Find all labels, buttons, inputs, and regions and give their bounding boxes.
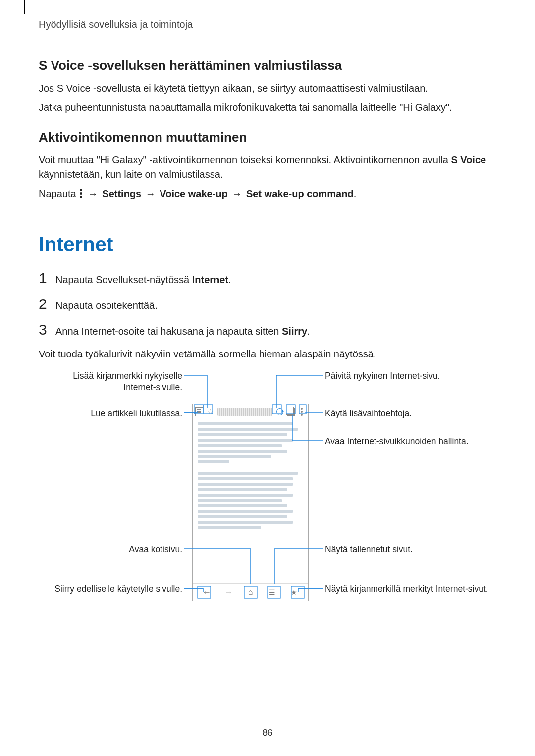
tap-period: . <box>354 188 357 199</box>
menu-set-wakeup: Set wake-up command <box>246 188 354 199</box>
step-1-num: 1 <box>39 270 55 287</box>
address-bar[interactable] <box>217 408 272 416</box>
refresh-icon[interactable] <box>275 407 284 416</box>
activation-heading: Aktivointikomennon muuttaminen <box>39 130 496 145</box>
step-3: 3 Anna Internet-osoite tai hakusana ja n… <box>39 321 496 338</box>
label-back: Siirry edelliselle käytetylle sivulle. <box>54 583 182 595</box>
page-crop-mark <box>24 0 25 14</box>
label-refresh: Päivitä nykyinen Internet-sivu. <box>325 370 440 382</box>
arrow-2: → <box>144 188 160 199</box>
activation-p1-a: Voit muuttaa "Hi Galaxy" -aktivointikome… <box>39 154 451 165</box>
step-1-b: Internet <box>192 274 228 285</box>
arrow-1: → <box>87 188 103 199</box>
browser-diagram: Lisää kirjanmerkki nykyiselle Internet-s… <box>39 370 496 601</box>
step-1-a: Napauta Sovellukset-näytössä <box>55 274 192 285</box>
activation-p1: Voit muuttaa "Hi Galaxy" -aktivointikome… <box>39 153 496 182</box>
arrow-3: → <box>230 188 246 199</box>
step-2: 2 Napauta osoitekenttää. <box>39 296 496 312</box>
step-2-text: Napauta osoitekenttää. <box>55 299 158 312</box>
label-more: Käytä lisävaihtoehtoja. <box>325 408 412 419</box>
browser-bottombar: ← → ⌂ ☰ ★ <box>193 583 308 601</box>
internet-after: Voit tuoda työkalurivit näkyviin vetämäl… <box>39 347 496 361</box>
label-bookmark: Lisää kirjanmerkki nykyiselle Internet-s… <box>39 370 182 393</box>
home-icon[interactable]: ⌂ <box>243 588 258 597</box>
label-bookmarks: Näytä kirjanmerkillä merkityt Internet-s… <box>325 583 488 595</box>
label-reader: Lue artikkeli lukutilassa. <box>91 408 182 419</box>
more-icon[interactable] <box>297 407 306 416</box>
saved-pages-icon[interactable]: ☰ <box>265 588 280 596</box>
back-icon[interactable]: ← <box>199 587 214 598</box>
label-home: Avaa kotisivu. <box>129 544 182 555</box>
browser-topbar: ☆ <box>193 404 308 419</box>
label-saved: Näytä tallennetut sivut. <box>325 544 413 555</box>
step-3-b: Siirry <box>282 326 307 337</box>
step-1-c: . <box>228 274 231 285</box>
reader-mode-icon[interactable] <box>195 407 204 416</box>
step-3-num: 3 <box>39 321 55 338</box>
step-1: 1 Napauta Sovellukset-näytössä Internet. <box>39 270 496 287</box>
browser-mock: ☆ ← → ⌂ ☰ ★ <box>192 404 309 601</box>
forward-icon[interactable]: → <box>221 587 236 598</box>
svoice-heading: S Voice -sovelluksen herättäminen valmiu… <box>39 58 496 73</box>
internet-heading: Internet <box>39 233 496 256</box>
bookmark-star-icon[interactable]: ☆ <box>206 407 214 416</box>
tabs-icon[interactable] <box>286 407 295 416</box>
menu-settings: Settings <box>102 188 141 199</box>
step-3-c: . <box>307 326 310 337</box>
bookmarks-icon[interactable]: ★ <box>287 588 302 596</box>
label-tabs: Avaa Internet-sivuikkunoiden hallinta. <box>325 436 469 447</box>
step-3-a: Anna Internet-osoite tai hakusana ja nap… <box>55 326 282 337</box>
activation-p1-c: käynnistetään, kun laite on valmiustilas… <box>39 169 223 180</box>
page-number: 86 <box>0 727 535 738</box>
menu-voice-wakeup: Voice wake-up <box>160 188 227 199</box>
browser-body <box>193 419 308 529</box>
svoice-p1: Jos S Voice -sovellusta ei käytetä tiett… <box>39 81 496 96</box>
tap-prefix: Napauta <box>39 188 79 199</box>
activation-tap-line: Napauta → Settings → Voice wake-up → Set… <box>39 187 496 201</box>
step-2-num: 2 <box>39 296 55 312</box>
more-options-icon <box>80 189 83 199</box>
page-header: Hyödyllisiä sovelluksia ja toimintoja <box>39 19 496 30</box>
svoice-p2: Jatka puheentunnistusta napauttamalla mi… <box>39 101 496 115</box>
activation-svoice-bold: S Voice <box>451 154 486 165</box>
